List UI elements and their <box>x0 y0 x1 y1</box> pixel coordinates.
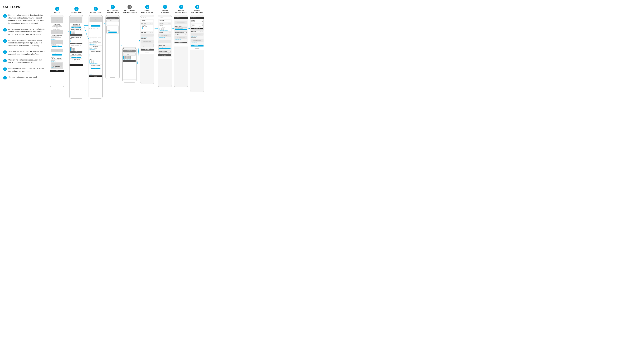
learn-cta-3a[interactable]: LEARN MORE CTA › <box>90 39 102 39</box>
learn-cta-7b[interactable]: LEARN MORE CTA › <box>175 39 187 40</box>
confg-cta-1[interactable]: CONFG CTA › <box>52 67 62 68</box>
check-4b: Lorem ipsum adipiscing <box>106 23 119 24</box>
cta-1c[interactable]: CTA <box>52 54 62 55</box>
check-3e: Lorem ipsum <box>90 55 102 55</box>
learn-compare-3b[interactable]: LEARN MORE/COMPARE › <box>90 63 102 64</box>
service-step-5: SERVICE 1 ∧ <box>141 20 153 22</box>
check-items-2b: Lorem ipsum <box>70 32 82 33</box>
step-label-1: ATT.COM <box>54 11 60 13</box>
product-headline-2a: PRODUCT HEADLINE <box>70 29 82 30</box>
img-1b: ⊞ <box>51 40 63 44</box>
learn-cta-3b[interactable]: LEARN MORE CTA › <box>90 44 102 45</box>
step-header-6: 6 CONFIGPLAN OPEN <box>158 5 172 13</box>
cart-row-line1-8: LINE ITEM $XX <box>191 22 203 24</box>
service-to-bundle-7: SERVICE TO BUNDLE ∧ <box>174 31 188 33</box>
service-headline-1: SERVICE HEADLINE <box>51 35 63 36</box>
confg-cta-2[interactable]: CONFG CTA › <box>70 62 82 63</box>
step-label-5: CONFIGPLAN SELECTED <box>141 10 153 13</box>
service-step-6: SERVICE 1 ∧ <box>159 20 171 22</box>
product-text-2a: Lorem ipsum dolor sit amet, consectetur <box>70 30 82 31</box>
learn-cta-5[interactable]: LEARN MORE CTA › <box>141 37 153 38</box>
mini-cart-7[interactable]: MINI CART ∨ <box>174 42 188 43</box>
nav-bar-3 <box>89 15 102 17</box>
learn-cta-3c[interactable]: LEARN MORE CTA › <box>90 49 102 50</box>
learn-cta-6a[interactable]: LEARN MORE CTA › <box>159 37 171 38</box>
cta-2b[interactable]: CTA <box>70 34 82 36</box>
mini-cart-open-8: MINI CART ∨ PLAN NAME $XX LINE ITEM $XX <box>190 19 204 30</box>
step-circle-7: 7 <box>179 5 183 9</box>
mini-cart-6[interactable]: MINI CART ∨ <box>158 54 171 56</box>
product-headline-2b: PRODUCT HEADLINE <box>70 37 82 38</box>
flow-item-2: 2 At the services level, users are prese… <box>3 28 45 36</box>
screen-product-cart-closed: CTA (IF NEEDED) Lorem ipsum PLAN $XX P L… <box>122 47 137 82</box>
step-title-5c: STEP TITLE Step 1 of 1 <box>141 38 154 40</box>
flow-number-5: 5 <box>3 59 7 62</box>
cta-2c[interactable]: CTA <box>70 43 82 44</box>
bundle-text-2: Lorem ipsum dolor sit amet, consectetur … <box>70 60 82 62</box>
mini-cart-closed-4b[interactable]: MINI CART ∧ <box>123 60 136 62</box>
learn-cta-7a[interactable]: LEARN MORE CTA › <box>175 24 187 25</box>
cart-row-line2-8: LINE ITEM $XX <box>191 24 203 25</box>
product-headline-3c: PRODUCT HEADLINE <box>90 58 102 58</box>
config-module-8a: CONFIGURATION MODULE <box>190 33 204 35</box>
cta-1b[interactable]: CTA <box>52 46 62 47</box>
att-intro-text: Lorem ipsum dolor sit amet, consectetur … <box>51 25 63 28</box>
flow-number-2: 2 <box>3 28 7 31</box>
check-3c: Lorem ipsum adipiscing <box>90 32 102 33</box>
step-title-7a: STEP TITLE Step 1 of 1 <box>174 19 188 21</box>
step-header-4: 4 PRODUCT PAGEMINI CART OPEN <box>106 5 120 13</box>
cta-2a[interactable]: CTA (IF NEEDED) › <box>72 27 81 28</box>
config-module-7a: CONFIGURATION MODULE <box>174 21 188 24</box>
mini-cart-5[interactable]: MINI CART ∨ <box>141 49 154 50</box>
continue-cta-4[interactable]: CONTINUE CTA › <box>108 31 117 33</box>
step-title-5: STEP TITLE Step 1 of 1 <box>141 22 154 24</box>
learn-compare-3[interactable]: LEARN MORE/COMPARE › <box>90 34 102 34</box>
dark-header-4: CTA (IF NEEDED) <box>106 17 119 19</box>
service-to-bundle-6: SERVICE TO BUNDLE ∧ <box>158 50 171 53</box>
att-difference-box: ⊞ AT&T DIFFERENCE CONFG CTA › <box>51 62 63 69</box>
flow-item-7: 7 The mini cart updates per user input. <box>3 76 45 79</box>
service-headline-1b: SERVICE HEADLINE <box>51 58 63 59</box>
nav-bar-4 <box>106 15 119 17</box>
cart-builder-title-7: Cart Builder <box>174 17 188 19</box>
flow-text-3: A detailed overview of products that all… <box>8 39 45 47</box>
flow-number-3: 3 <box>3 39 7 43</box>
cart-row-total-8: $XX per/mo $YY per/mo <box>191 26 203 27</box>
learn-cta-6b[interactable]: LEARN MORE CTA › <box>159 44 171 44</box>
bundle-offer-3: BUNDLE OFFER <box>90 70 102 71</box>
footer-3: Footer <box>89 75 102 77</box>
flow-diagram: 1 ATT.COM 2 SERVICE PAGE 3 PRODUCT PAGE <box>48 5 222 99</box>
cta-2e[interactable]: CTA <box>72 57 81 58</box>
check-items-2i: Lorem ipsum <box>70 50 82 51</box>
cta-3b[interactable]: CTA <box>91 68 100 69</box>
learn-more-5[interactable]: LEARN MORE COMPARE › <box>142 29 152 30</box>
explore-cta-1[interactable]: EXPLORE CTA › <box>51 39 63 40</box>
learn-more-6[interactable]: LEARN MORE COMPARE › <box>160 30 170 31</box>
price-row-5: $XX per/mo $YY per/mo <box>141 47 154 49</box>
confg-cta-3[interactable]: CONFG CTA › <box>90 74 102 75</box>
learn-compare-4b[interactable]: LEARN MORE/COMPARE › <box>123 59 136 60</box>
learn-cta-8a[interactable]: LEARN MORE CTA › <box>191 36 203 37</box>
bundle-offer-7: BUNDLE OFFER Lorem ipsum dolor sit amet,… <box>174 25 188 31</box>
nav-bar-6 <box>158 15 172 17</box>
product-headline-2c: PRODUCT HEADLINE <box>70 45 82 46</box>
check-items-2h: Lorem ipsum <box>70 49 82 50</box>
att-difference-label: AT&T DIFFERENCE <box>52 66 62 67</box>
step-header-2: 2 SERVICE PAGE <box>69 7 84 13</box>
nav-bar-2 <box>70 15 83 17</box>
service-label-1: SERVICE <box>51 57 63 58</box>
check-items-2g: Lorem ipsum <box>70 48 82 49</box>
learn-cta-8b[interactable]: LEARN MORE CTA › <box>191 42 203 43</box>
cta-2d[interactable]: CTA <box>70 51 82 53</box>
step-label-4b: PRODUCT PAGEMINI CART CLOSED <box>123 10 137 13</box>
checkout-btn-8[interactable]: CHECKOUT CTA <box>191 28 203 29</box>
flow-text-2: At the services level, users are present… <box>8 28 45 36</box>
explore-cta-1b[interactable]: EXPLORE CTA › <box>51 61 63 62</box>
mini-cart-8[interactable]: MINI CART ∧ ● <box>190 45 204 46</box>
cta-3a[interactable]: CTA (IF NEEDED) › <box>91 25 100 26</box>
plan-section-4b: PLAN $XX P <box>123 52 136 56</box>
nav-bar-7 <box>174 15 188 17</box>
step-label-6: CONFIGPLAN OPEN <box>161 10 169 13</box>
step-circle-3: 3 <box>94 7 98 11</box>
help-text-3: Lorem ipsum dolor sit amet, consectetur … <box>90 66 102 68</box>
